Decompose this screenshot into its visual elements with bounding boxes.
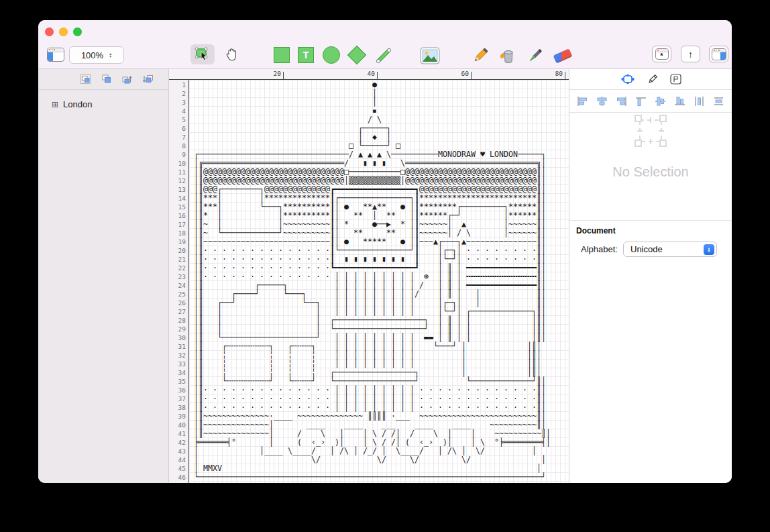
line-icon	[374, 46, 393, 65]
text-tool-button[interactable]: T	[296, 46, 316, 64]
no-selection-label: No Selection	[569, 164, 732, 180]
share-button[interactable]: ↑	[681, 46, 700, 62]
alphabet-dropdown[interactable]: Unicode ▲▼	[623, 242, 717, 257]
eraser-icon	[553, 48, 572, 63]
document-section: Document Alphabet: Unicode ▲▼	[569, 220, 732, 257]
hand-tool-button[interactable]	[221, 44, 243, 64]
no-selection-placeholder: No Selection	[569, 112, 732, 180]
actions-button[interactable]: *	[652, 46, 671, 62]
ellipse-tool-button[interactable]	[321, 46, 342, 64]
titlebar-toolbar: 100% ▲▼ T	[38, 20, 732, 69]
row-numbers: 1 2 3 4 5 6 7 8 9 10 11 12 13 14 15 16 1…	[178, 81, 186, 482]
dropdown-stepper-icon: ▲▼	[704, 244, 714, 255]
zoom-button[interactable]	[73, 28, 82, 36]
hand-icon	[225, 47, 239, 62]
share-arrow-icon: ↑	[688, 49, 693, 60]
minimize-button[interactable]	[59, 28, 68, 36]
alignment-toolbar	[569, 90, 732, 113]
traffic-lights	[45, 28, 82, 36]
selection-cursor-icon	[195, 47, 211, 62]
eyedropper-tool-button[interactable]	[524, 46, 547, 66]
eyedropper-icon	[526, 46, 545, 65]
image-tool-button[interactable]	[419, 46, 441, 66]
tab-style-inspector[interactable]	[647, 74, 658, 85]
bring-to-front-icon[interactable]	[80, 74, 92, 85]
select-tool-button[interactable]	[190, 44, 215, 64]
layer-order-toolbar	[38, 69, 168, 90]
distribute-horizontal-icon[interactable]	[693, 96, 706, 107]
stepper-chevrons-icon: ▲▼	[109, 52, 112, 58]
grid-area[interactable]: ● │ │ ▪ / \	[189, 80, 569, 483]
tab-selection-inspector[interactable]	[620, 74, 635, 85]
distribute-vertical-icon[interactable]	[712, 96, 725, 107]
eraser-tool-button[interactable]	[550, 46, 575, 66]
zoom-control[interactable]: 100% ▲▼	[69, 46, 124, 64]
image-icon	[420, 47, 440, 64]
actions-window-icon: *	[655, 48, 669, 60]
align-center-vertical-icon[interactable]	[654, 96, 667, 107]
tab-variables-inspector[interactable]	[670, 74, 681, 85]
empty-selection-icon	[632, 112, 669, 150]
align-bottom-icon[interactable]	[673, 96, 686, 107]
layers-sidebar: ⊞ London	[38, 69, 169, 483]
drawing-canvas[interactable]: 20406080 1 2 3 4 5 6 7 8 9 10 11 12 13 1…	[169, 69, 569, 483]
toggle-inspector-button[interactable]	[709, 46, 728, 62]
column-ruler: 20406080	[169, 69, 569, 80]
alphabet-label: Alphabet:	[569, 244, 618, 254]
text-tool-icon: T	[298, 47, 314, 63]
line-tool-button[interactable]	[372, 46, 395, 66]
rectangle-tool-button[interactable]	[272, 46, 292, 64]
rectangle-icon	[274, 47, 290, 63]
diamond-icon	[347, 46, 366, 64]
inspector-panel: No Selection Document Alphabet: Unicode …	[569, 69, 732, 483]
pencil-tool-button[interactable]	[469, 46, 492, 66]
layer-label: London	[63, 99, 92, 109]
paint-bucket-icon	[498, 47, 518, 64]
align-center-horizontal-icon[interactable]	[596, 96, 608, 107]
monodraw-window: 100% ▲▼ T	[38, 20, 732, 483]
sidebar-right-icon	[712, 48, 726, 60]
inspector-tabs	[569, 69, 732, 90]
row-number-gutter: 1 2 3 4 5 6 7 8 9 10 11 12 13 14 15 16 1…	[169, 80, 189, 483]
pencil-icon	[471, 46, 490, 65]
sidebar-item-london[interactable]: ⊞ London	[38, 90, 168, 109]
align-right-icon[interactable]	[615, 96, 628, 107]
ellipse-icon	[323, 46, 340, 64]
align-top-icon[interactable]	[635, 96, 647, 107]
bring-forward-icon[interactable]	[121, 74, 133, 85]
fill-tool-button[interactable]	[496, 46, 520, 66]
align-left-icon[interactable]	[576, 96, 589, 107]
zoom-value: 100%	[81, 50, 103, 60]
sidebar-left-icon	[47, 48, 64, 62]
group-grid-icon: ⊞	[52, 100, 58, 109]
document-section-title: Document	[569, 221, 732, 235]
send-to-back-icon[interactable]	[101, 74, 113, 85]
alphabet-value: Unicode	[630, 244, 663, 254]
close-button[interactable]	[45, 28, 54, 36]
diamond-tool-button[interactable]	[346, 46, 368, 64]
ascii-art[interactable]: ● │ │ ▪ / \	[189, 81, 551, 482]
toggle-left-sidebar-button[interactable]	[46, 46, 66, 63]
send-backward-icon[interactable]	[142, 74, 154, 85]
